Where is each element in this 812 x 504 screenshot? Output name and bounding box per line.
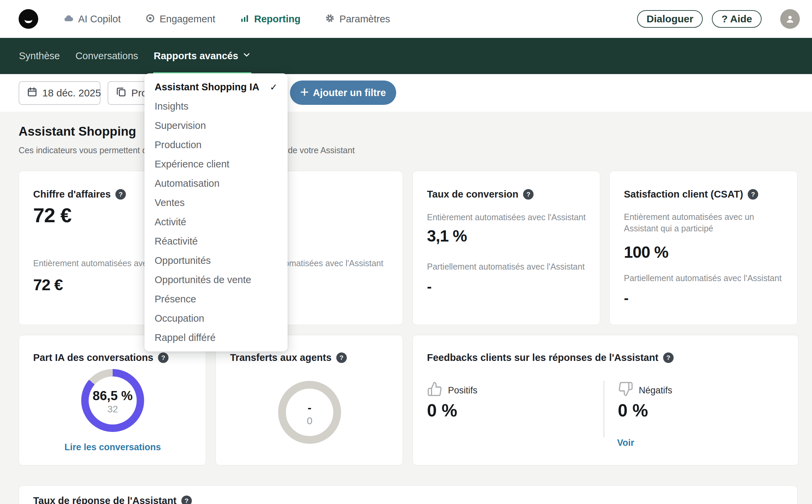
csat-label-1: Entièrement automatisées avec un Assista… xyxy=(624,211,780,234)
topnav-label-reporting: Reporting xyxy=(254,14,300,25)
thumbs-down-icon xyxy=(618,381,633,398)
card-title-row: Transferts aux agents ? xyxy=(230,352,347,363)
projects-icon xyxy=(116,87,127,100)
card-title-taux-reponse: Taux de réponse de l'Assistant xyxy=(33,495,177,504)
subnav-item-synthese[interactable]: Synthèse xyxy=(19,38,60,74)
card-title-transferts: Transferts aux agents xyxy=(230,352,332,363)
chevron-down-icon xyxy=(242,50,251,62)
date-filter-chip[interactable]: 18 déc. 2025 xyxy=(19,81,100,105)
gear-icon xyxy=(325,13,335,25)
reporting-sub-nav: Synthèse Conversations Rapports avancés xyxy=(0,38,812,74)
top-bar-right: Dialoguer ? Aide xyxy=(637,0,800,38)
help-icon[interactable]: ? xyxy=(181,496,192,504)
date-filter-label: 18 déc. 2025 xyxy=(42,87,101,99)
csat-value-1: 100 % xyxy=(624,243,668,261)
help-icon[interactable]: ? xyxy=(158,352,168,363)
help-button[interactable]: ? Aide xyxy=(712,10,762,28)
page-subtitle-right: de votre Assistant xyxy=(288,145,355,155)
top-nav: AI Copilot Engagement Reporting Paramètr… xyxy=(64,0,390,38)
part-ia-donut-center: 86,5 % 32 xyxy=(81,389,144,415)
negatifs-label: Négatifs xyxy=(639,385,672,396)
subnav-label-rapports-avances: Rapports avancés xyxy=(154,50,238,62)
app-screen: AI Copilot Engagement Reporting Paramètr… xyxy=(0,0,812,504)
help-icon[interactable]: ? xyxy=(336,352,347,363)
card-title-row: Taux de conversion ? xyxy=(427,189,534,200)
topnav-item-ai-copilot[interactable]: AI Copilot xyxy=(64,13,121,25)
dropdown-item-label: Production xyxy=(155,139,202,151)
positifs-value: 0 % xyxy=(427,400,457,420)
card-taux-conversion: Taux de conversion ? Entièrement automat… xyxy=(412,171,600,325)
card-title-row: Satisfaction client (CSAT) ? xyxy=(624,189,758,200)
calendar-icon xyxy=(27,87,38,100)
transferts-value: - xyxy=(308,401,311,414)
topnav-label-engagement: Engagement xyxy=(160,14,215,25)
dropdown-item-supervision[interactable]: Supervision xyxy=(144,116,288,135)
dropdown-item-activite[interactable]: Activité xyxy=(144,212,288,232)
card-transferts: Transferts aux agents ? - 0 xyxy=(216,335,403,465)
dropdown-item-label: Occupation xyxy=(155,313,204,324)
add-filter-label: Ajouter un filtre xyxy=(313,87,386,98)
topnav-item-engagement[interactable]: Engagement xyxy=(145,13,215,25)
dropdown-item-label: Expérience client xyxy=(155,159,229,170)
part-ia-value: 86,5 % xyxy=(93,389,133,403)
dropdown-item-label: Opportunités de vente xyxy=(155,274,251,285)
help-icon[interactable]: ? xyxy=(115,189,126,200)
topnav-item-parametres[interactable]: Paramètres xyxy=(325,13,390,25)
dropdown-item-label: Activité xyxy=(155,216,186,228)
dropdown-item-production[interactable]: Production xyxy=(144,135,288,155)
top-bar: AI Copilot Engagement Reporting Paramètr… xyxy=(0,0,812,38)
card-title-feedbacks: Feedbacks clients sur les réponses de l'… xyxy=(427,352,658,363)
dialoguer-button[interactable]: Dialoguer xyxy=(637,10,703,28)
add-filter-button[interactable]: + Ajouter un filtre xyxy=(290,81,396,105)
voir-link[interactable]: Voir xyxy=(617,438,634,448)
dropdown-item-automatisation[interactable]: Automatisation xyxy=(144,174,288,193)
dropdown-item-opportunites[interactable]: Opportunités xyxy=(144,251,288,270)
help-icon[interactable]: ? xyxy=(663,352,674,363)
help-icon[interactable]: ? xyxy=(523,189,534,200)
brand-logo[interactable] xyxy=(19,9,38,29)
card-title-row: Chiffre d'affaires ? xyxy=(33,189,126,200)
page-subtitle-left: Ces indicateurs vous permettent de s xyxy=(19,145,158,155)
card-title-csat: Satisfaction client (CSAT) xyxy=(624,189,743,200)
dropdown-item-presence[interactable]: Présence xyxy=(144,290,288,309)
help-icon[interactable]: ? xyxy=(748,189,758,200)
dropdown-item-label: Rappel différé xyxy=(155,332,216,343)
cloud-icon xyxy=(64,13,74,25)
lire-conversations-link[interactable]: Lire les conversations xyxy=(19,442,206,453)
revenue-value: 72 € xyxy=(33,204,71,227)
transferts-count: 0 xyxy=(307,415,313,427)
revenue-value-2: 72 € xyxy=(33,275,63,294)
card-title-chiffre-affaires: Chiffre d'affaires xyxy=(33,189,111,200)
thumbs-up-icon xyxy=(427,381,443,398)
dropdown-item-ventes[interactable]: Ventes xyxy=(144,193,288,212)
dropdown-item-label: Automatisation xyxy=(155,178,220,189)
subnav-label-synthese: Synthèse xyxy=(19,50,60,62)
card-part-ia: Part IA des conversations ? 86,5 % 32 Li… xyxy=(19,335,206,465)
dropdown-item-reactivite[interactable]: Réactivité xyxy=(144,232,288,251)
dropdown-item-label: Insights xyxy=(155,101,188,112)
dropdown-item-insights[interactable]: Insights xyxy=(144,97,288,116)
topnav-item-reporting[interactable]: Reporting xyxy=(240,13,300,25)
dropdown-item-label: Présence xyxy=(155,294,196,305)
card-title-taux-conversion: Taux de conversion xyxy=(427,189,518,200)
transferts-donut-center: - 0 xyxy=(278,401,341,427)
dropdown-item-experience-client[interactable]: Expérience client xyxy=(144,155,288,174)
dropdown-item-label: Opportunités xyxy=(155,255,211,266)
dropdown-item-occupation[interactable]: Occupation xyxy=(144,309,288,328)
dropdown-item-label: Réactivité xyxy=(155,236,198,247)
topnav-label-parametres: Paramètres xyxy=(339,14,390,25)
subnav-item-rapports-avances[interactable]: Rapports avancés xyxy=(153,38,251,74)
page-title: Assistant Shopping xyxy=(19,124,136,139)
csat-label-2: Partiellement automatisés avec l'Assista… xyxy=(624,273,782,283)
avatar[interactable] xyxy=(780,9,800,29)
target-icon xyxy=(145,13,155,25)
part-ia-count: 32 xyxy=(107,404,118,415)
card-taux-reponse: Taux de réponse de l'Assistant ? xyxy=(19,485,797,504)
dropdown-item-rappel-differe[interactable]: Rappel différé xyxy=(144,328,288,347)
subnav-item-conversations[interactable]: Conversations xyxy=(75,38,138,74)
dropdown-item-label: Ventes xyxy=(155,197,185,208)
subnav-label-conversations: Conversations xyxy=(75,50,138,62)
dropdown-item-assistant-shopping-ia[interactable]: Assistant Shopping IA ✓ xyxy=(144,77,288,97)
dropdown-item-opportunites-de-vente[interactable]: Opportunités de vente xyxy=(144,270,288,290)
card-title-row: Feedbacks clients sur les réponses de l'… xyxy=(427,352,674,363)
